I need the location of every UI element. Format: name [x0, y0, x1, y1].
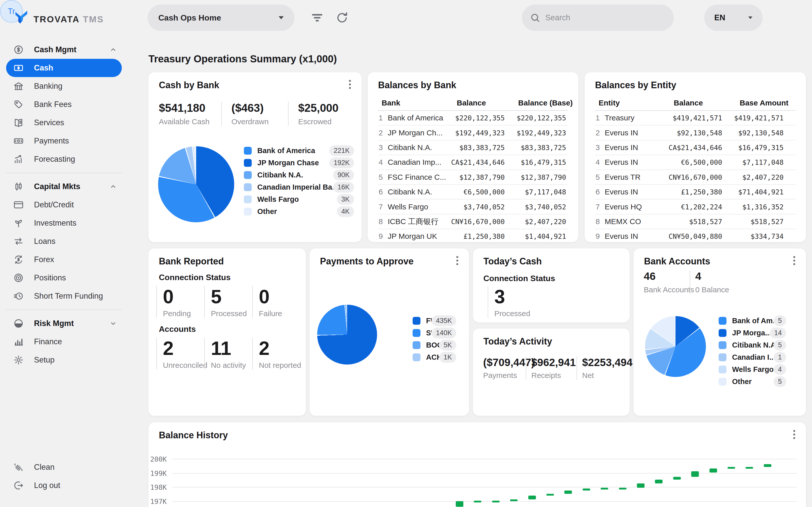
- sidebar-item-banking[interactable]: Banking: [0, 77, 127, 95]
- table-row[interactable]: 8ICBC 工商银行CN¥16,670,000$2,407,220: [378, 215, 568, 229]
- sidebar-section-risk-mgmt[interactable]: Risk Mgmt: [0, 314, 127, 333]
- sidebar-section-cash-mgmt[interactable]: Cash Mgmt: [0, 41, 127, 59]
- waterfall-bar[interactable]: [619, 488, 626, 490]
- waterfall-bar[interactable]: [637, 484, 645, 488]
- table-row[interactable]: 6Everus IN£1,250,380$71,404,921: [595, 185, 796, 200]
- legend-item-ach[interactable]: ACH1K: [413, 351, 456, 363]
- kebab-menu-icon[interactable]: [344, 78, 356, 91]
- sidebar-item-services[interactable]: Services: [0, 114, 127, 132]
- table-row[interactable]: 4Canadian Imp...CA$21,434,646$16,479,315: [378, 155, 568, 170]
- table-row[interactable]: 3Everus INCA$21,434,646$16,479,315: [595, 140, 796, 155]
- bank-accounts-pie-chart[interactable]: [645, 316, 706, 377]
- legend-item-bank-of-america[interactable]: Bank of America221K: [244, 145, 354, 157]
- sidebar-item-forex[interactable]: Forex: [0, 250, 127, 269]
- waterfall-bar[interactable]: [474, 501, 481, 502]
- waterfall-bar[interactable]: [709, 468, 717, 473]
- legend-item-other[interactable]: Other5: [719, 376, 786, 388]
- waterfall-bar[interactable]: [492, 501, 500, 502]
- waterfall-bar[interactable]: [691, 471, 699, 477]
- waterfall-bar[interactable]: [655, 480, 663, 484]
- balances-by-bank-table: BankBalanceBalance (Base)1Bank of Americ…: [378, 98, 568, 244]
- waterfall-bar[interactable]: [564, 491, 572, 494]
- sidebar-section-capital-mkts[interactable]: Capital Mkts: [0, 177, 127, 196]
- legend-value-badge: 5: [774, 315, 786, 326]
- waterfall-bar[interactable]: [528, 496, 536, 499]
- sidebar-item-positions[interactable]: Positions: [0, 269, 127, 287]
- legend-item-fw[interactable]: FW435K: [413, 315, 456, 327]
- table-row[interactable]: 5Everus TRCN¥16,670,000$2,407,220: [595, 170, 796, 185]
- sidebar-item-setup[interactable]: Setup: [0, 351, 127, 369]
- sidebar-item-loans[interactable]: Loans: [0, 232, 127, 250]
- table-row[interactable]: 3Citibank N.A.$83,383,725$83,383,725: [378, 140, 568, 155]
- sidebar-item-debt-credit[interactable]: Debt/Credit: [0, 196, 127, 214]
- table-row[interactable]: 6Citibank N.A.€6,500,000$7,117,048: [378, 185, 568, 200]
- waterfall-bar[interactable]: [546, 494, 554, 496]
- legend-value-badge: 435K: [432, 315, 456, 326]
- table-row[interactable]: 9Everus INCN¥50,049,880$334,734: [595, 229, 796, 244]
- waterfall-bar[interactable]: [727, 467, 735, 469]
- kebab-menu-icon[interactable]: [451, 255, 463, 267]
- waterfall-bar[interactable]: [746, 467, 753, 469]
- table-row[interactable]: 7Wells Fargo$3,740,052$3,740,052: [378, 200, 568, 214]
- table-row[interactable]: 7Everus HQ€1,202,224$1,316,352: [595, 200, 796, 214]
- sidebar-item-log-out[interactable]: Log out: [0, 476, 127, 495]
- balance-history-chart[interactable]: 200K199K198K197K: [148, 422, 806, 507]
- legend-value-badge: 4: [774, 364, 786, 375]
- legend-item-canadian-i[interactable]: Canadian I...1: [719, 351, 786, 363]
- legend-item-citibank-n-a[interactable]: Citibank N.A.5: [719, 339, 786, 351]
- legend-item-jp-morgan-chase[interactable]: JP Morgan Chase192K: [244, 157, 354, 169]
- table-row[interactable]: 5FSC Finance C...$12,387,790$12,387,790: [378, 170, 568, 185]
- candles-icon: [13, 181, 24, 192]
- sidebar-item-bank-fees[interactable]: Bank Fees: [0, 95, 127, 114]
- legend-item-jp-morga[interactable]: JP Morga...14: [719, 327, 786, 339]
- table-row[interactable]: 4Everus IN€6,500,000$7,117,048: [595, 155, 796, 170]
- search-bar[interactable]: [522, 5, 674, 31]
- sidebar-item-short-term-funding[interactable]: Short Term Funding: [0, 287, 127, 305]
- legend-item-wells-fargo[interactable]: Wells Fargo4: [719, 363, 786, 376]
- table-row[interactable]: 8MEMX CO$518,527$518,527: [595, 215, 796, 229]
- waterfall-bar[interactable]: [582, 489, 590, 491]
- refresh-button[interactable]: [335, 11, 349, 25]
- table-row[interactable]: 1Bank of America$220,122,355$220,122,355: [378, 111, 568, 125]
- group-heading: Connection Status: [484, 274, 555, 283]
- waterfall-bar[interactable]: [764, 464, 771, 467]
- table-row[interactable]: 9JP Morgan UK£1,250,380$1,404,921: [378, 229, 568, 244]
- waterfall-bar[interactable]: [601, 488, 608, 490]
- legend-item-swift[interactable]: SWIFT140K: [413, 327, 456, 339]
- table-row[interactable]: 2JP Morgan Ch...$192,449,323$192,449,323: [378, 125, 568, 140]
- language-select-value: EN: [714, 13, 725, 22]
- card-title: Today’s Cash: [484, 256, 542, 267]
- stat-available-cash: $541,180Available Cash: [159, 102, 221, 126]
- legend-value-badge: 5: [774, 340, 786, 351]
- search-input[interactable]: [545, 13, 666, 22]
- sidebar-item-clean[interactable]: Clean: [0, 458, 127, 476]
- cash-by-bank-pie-chart[interactable]: [158, 146, 234, 222]
- legend-swatch: [719, 353, 726, 361]
- waterfall-bar[interactable]: [510, 499, 518, 501]
- legend-item-wells-fargo[interactable]: Wells Fargo3K: [244, 193, 354, 205]
- kebab-menu-icon[interactable]: [788, 255, 800, 267]
- sidebar-item-forecasting[interactable]: Forecasting: [0, 150, 127, 168]
- waterfall-bar[interactable]: [456, 501, 463, 507]
- legend-item-canadian-imperial-ba[interactable]: Canadian Imperial Ba...16K: [244, 181, 354, 193]
- workspace-select[interactable]: Cash Ops Home: [148, 5, 294, 31]
- payments-to-approve-pie-chart[interactable]: [317, 305, 377, 364]
- legend-item-book[interactable]: BOOK5K: [413, 339, 456, 351]
- language-select[interactable]: EN: [704, 5, 763, 31]
- sidebar-item-cash[interactable]: Cash: [6, 59, 122, 77]
- sidebar-item-investments[interactable]: Investments: [0, 214, 127, 232]
- legend-item-bank-of-am[interactable]: Bank of Am...5: [719, 315, 786, 327]
- legend-swatch: [719, 317, 726, 325]
- waterfall-bar[interactable]: [673, 477, 681, 480]
- table-row[interactable]: 1Treasury$419,421,571$419,421,571: [595, 111, 796, 125]
- sidebar-item-payments[interactable]: Payments: [0, 132, 127, 150]
- todays-activity-stats: ($709,447)Payments$962,941Receipts$2253,…: [483, 356, 619, 380]
- legend-item-citibank-n-a[interactable]: Citibank N.A.90K: [244, 169, 354, 181]
- legend-item-other[interactable]: Other4K: [244, 205, 354, 218]
- table-row[interactable]: 2Everus IN$92,130,548$92,130,548: [595, 125, 796, 140]
- card-balances-by-entity: Balances by Entity EntityBalanceBase Amo…: [585, 72, 806, 242]
- filter-button[interactable]: [310, 11, 324, 25]
- sidebar-item-finance[interactable]: Finance: [0, 333, 127, 351]
- chevron-up-icon: [109, 45, 118, 54]
- sidebar: Cash MgmtCashBankingBank FeesServicesPay…: [0, 41, 127, 369]
